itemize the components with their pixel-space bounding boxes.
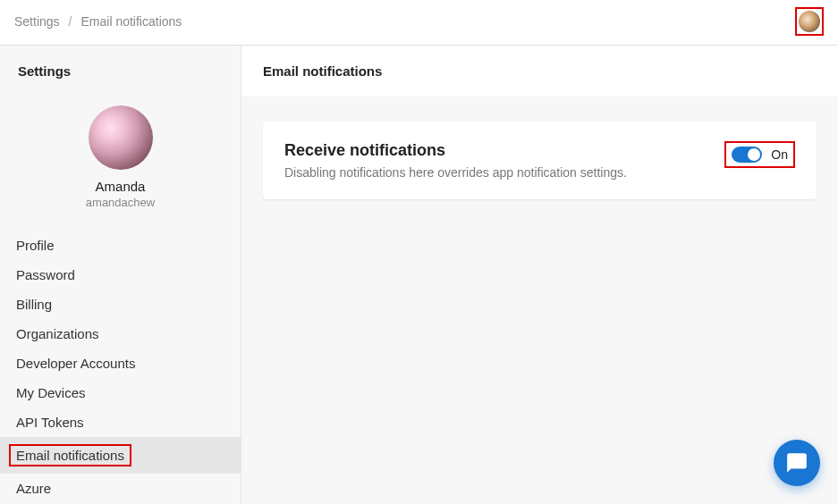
sidebar-item-billing[interactable]: Billing bbox=[0, 290, 241, 319]
receive-notifications-card: Receive notifications Disabling notifica… bbox=[263, 122, 817, 199]
sidebar-item-label: Profile bbox=[16, 238, 55, 253]
breadcrumb-parent-link[interactable]: Settings bbox=[14, 14, 60, 29]
sidebar-item-label: Azure bbox=[16, 481, 51, 496]
card-text: Receive notifications Disabling notifica… bbox=[284, 141, 724, 180]
breadcrumb-separator: / bbox=[69, 14, 72, 29]
profile-name: Amanda bbox=[96, 179, 146, 194]
content: Email notifications Receive notification… bbox=[241, 46, 838, 504]
sidebar-item-developer-accounts[interactable]: Developer Accounts bbox=[0, 349, 241, 378]
main-area: Settings Amanda amandachew Profile Passw… bbox=[0, 46, 838, 504]
user-avatar-icon[interactable] bbox=[799, 11, 820, 32]
sidebar-item-label: Billing bbox=[16, 297, 52, 312]
sidebar-item-azure[interactable]: Azure bbox=[0, 474, 241, 503]
card-description: Disabling notifications here overrides a… bbox=[284, 165, 724, 180]
card-title: Receive notifications bbox=[284, 141, 724, 160]
toggle-highlight: On bbox=[724, 141, 795, 168]
sidebar-item-password[interactable]: Password bbox=[0, 260, 241, 290]
sidebar-nav: Profile Password Billing Organizations D… bbox=[0, 231, 241, 503]
chat-button[interactable] bbox=[774, 440, 820, 486]
toggle-state-label: On bbox=[771, 147, 788, 162]
sidebar-item-api-tokens[interactable]: API Tokens bbox=[0, 407, 241, 437]
content-body: Receive notifications Disabling notifica… bbox=[241, 97, 838, 224]
profile-username: amandachew bbox=[86, 196, 155, 209]
chat-icon bbox=[785, 451, 808, 475]
receive-notifications-toggle[interactable] bbox=[732, 147, 762, 163]
sidebar-item-label: Password bbox=[16, 267, 75, 282]
sidebar-item-label: API Tokens bbox=[16, 415, 84, 430]
toggle-knob-icon bbox=[748, 148, 760, 161]
sidebar-item-label: Organizations bbox=[16, 326, 99, 341]
page-title: Email notifications bbox=[241, 46, 838, 97]
breadcrumb: Settings / Email notifications bbox=[14, 14, 182, 29]
sidebar-item-organizations[interactable]: Organizations bbox=[0, 319, 241, 349]
top-bar: Settings / Email notifications bbox=[0, 0, 838, 46]
top-avatar-highlight bbox=[795, 7, 824, 36]
sidebar-item-label: Developer Accounts bbox=[16, 356, 135, 371]
sidebar-item-my-devices[interactable]: My Devices bbox=[0, 378, 241, 407]
breadcrumb-current: Email notifications bbox=[80, 14, 182, 29]
sidebar-item-email-notifications[interactable]: Email notifications bbox=[0, 437, 241, 474]
sidebar-item-label: My Devices bbox=[16, 385, 86, 400]
sidebar: Settings Amanda amandachew Profile Passw… bbox=[0, 46, 241, 504]
sidebar-item-label: Email notifications bbox=[9, 444, 131, 466]
sidebar-profile: Amanda amandachew bbox=[0, 79, 241, 231]
profile-avatar-icon[interactable] bbox=[89, 105, 153, 170]
sidebar-item-profile[interactable]: Profile bbox=[0, 231, 241, 260]
sidebar-title: Settings bbox=[0, 46, 241, 79]
